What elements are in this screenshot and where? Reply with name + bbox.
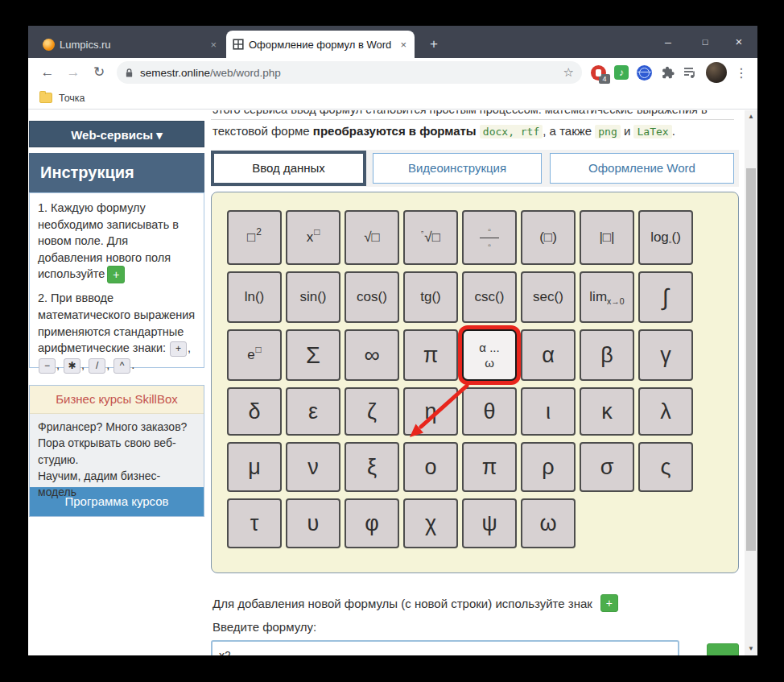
tab-close-icon[interactable]: × [208, 39, 218, 51]
keypad-button[interactable]: ς [638, 442, 693, 492]
keypad-button[interactable]: ζ [345, 387, 399, 436]
adblock-extension-icon[interactable]: 4 [591, 65, 606, 81]
keypad-button[interactable]: ln() [227, 271, 282, 323]
keypad-button[interactable]: χ [403, 498, 458, 548]
keypad-button[interactable]: Σ [286, 329, 340, 381]
browser-tab-word-formulas[interactable]: Оформление формул в Word он × [226, 31, 415, 58]
skillbox-ad-line: Фрилансер? Много заказов? [38, 419, 196, 435]
browser-titlebar: Lumpics.ru × Оформление формул в Word он… [28, 26, 757, 58]
add-formula-button[interactable]: + [707, 643, 739, 655]
keypad-button[interactable]: σ [580, 442, 634, 492]
keypad-button[interactable]: φ [345, 498, 399, 548]
scroll-up-icon[interactable]: ▲ [745, 111, 757, 122]
keypad-button[interactable]: (□) [521, 210, 576, 265]
keypad-button[interactable]: x□ [286, 210, 340, 265]
instruction-step-1: 1. Каждую формулу необходимо записывать … [38, 200, 196, 283]
keypad-button[interactable]: τ [227, 498, 282, 548]
skillbox-ad-body: Фрилансер? Много заказов?Пора открывать … [30, 414, 204, 487]
window-maximize-button[interactable]: □ [693, 26, 717, 58]
keypad-button[interactable]: π [462, 442, 517, 492]
keypad-button[interactable]: ▫▫ [462, 210, 517, 265]
intro-segment: LaTex [633, 125, 671, 138]
keypad-button[interactable]: √□ [345, 210, 399, 265]
profile-avatar[interactable] [706, 62, 727, 83]
page-scrollbar[interactable]: ▲ ▼ [745, 110, 757, 655]
formula-keypad-panel: □2x□√□▫√□▫▫(□)|□|log▫()ln()sin()cos()tg(… [211, 192, 739, 573]
instruction-title: Инструкция [29, 153, 204, 192]
keypad-button[interactable]: sec() [521, 271, 576, 323]
keypad-button[interactable]: υ [286, 498, 340, 548]
bookmark-star-icon[interactable]: ☆ [563, 65, 574, 80]
keypad-button[interactable]: α [521, 329, 576, 381]
reload-button[interactable]: ↻ [89, 62, 109, 83]
adblock-badge: 4 [599, 74, 610, 84]
keypad-button[interactable]: π [403, 329, 458, 381]
keypad-button[interactable]: θ [462, 387, 517, 436]
keypad-button[interactable]: λ [638, 387, 693, 436]
tab-word-formatting[interactable]: Оформление Word [550, 153, 734, 184]
keypad-button[interactable]: |□| [580, 210, 634, 265]
forward-button[interactable]: → [63, 62, 84, 83]
keypad-button[interactable]: tg() [403, 271, 458, 323]
window-close-button[interactable]: × [727, 26, 751, 58]
keypad-button[interactable]: ∞ [345, 329, 399, 381]
keypad-button[interactable]: δ [227, 387, 282, 436]
tab-input-data[interactable]: Ввод данных [211, 151, 366, 186]
lock-icon [125, 68, 134, 78]
scrollbar-thumb[interactable] [746, 168, 756, 551]
keypad-button[interactable]: ξ [345, 442, 399, 492]
scroll-down-icon[interactable]: ▼ [745, 643, 757, 655]
back-button[interactable]: ← [37, 62, 58, 83]
keypad-button[interactable]: log▫() [638, 210, 693, 265]
add-formula-plus-button[interactable]: + [600, 594, 618, 612]
tab-video-instruction[interactable]: Видеоинструкция [373, 153, 542, 184]
keypad-button[interactable]: ψ [462, 498, 517, 548]
extensions-puzzle-icon[interactable] [660, 65, 675, 80]
content-tabs-strip: Ввод данныхВидеоинструкцияОформление Wor… [211, 150, 739, 187]
intro-segment: текстовой форме [213, 124, 313, 138]
tab-close-icon[interactable]: × [398, 39, 408, 51]
bookmark-folder-icon[interactable] [39, 93, 52, 103]
keypad-button[interactable]: ν [286, 442, 340, 492]
formula-keypad: □2x□√□▫√□▫▫(□)|□|log▫()ln()sin()cos()tg(… [212, 192, 738, 548]
new-tab-button[interactable]: + [424, 35, 444, 54]
grid-favicon-icon [233, 39, 244, 50]
keypad-button[interactable]: e□ [227, 329, 282, 381]
bookmark-folder-label[interactable]: Точка [59, 93, 85, 104]
keypad-button[interactable]: β [580, 329, 634, 381]
window-minimize-button[interactable]: – [656, 26, 680, 58]
keypad-button[interactable]: ε [286, 387, 340, 436]
sidebar-web-services-menu[interactable]: Web-сервисы ▾ [29, 121, 204, 147]
skillbox-ad-title[interactable]: Бизнес курсы SkillBox [30, 386, 204, 414]
page-content: Web-сервисы ▾ Инструкция 1. Каждую форму… [28, 110, 745, 655]
keypad-button[interactable]: ρ [521, 442, 576, 492]
keypad-button[interactable]: γ [638, 329, 693, 381]
keypad-button[interactable]: □2 [227, 210, 282, 265]
browser-menu-icon[interactable]: ⋮ [735, 65, 748, 81]
keypad-button[interactable]: μ [227, 442, 282, 492]
keypad-button[interactable]: ∫ [638, 271, 693, 323]
keypad-button[interactable]: limx→0 [580, 271, 634, 323]
add-field-plus-button[interactable]: + [107, 266, 125, 283]
formula-input[interactable]: x2 [211, 640, 679, 655]
extensions-row: 4 ♪ ⋮ [587, 62, 751, 83]
address-bar[interactable]: semestr.online /web/word.php ☆ [117, 61, 582, 84]
globe-extension-icon[interactable] [637, 65, 652, 81]
lumpics-favicon-icon [43, 39, 55, 51]
keypad-button[interactable]: sin() [286, 271, 340, 323]
keypad-button[interactable]: ▫√□ [403, 210, 458, 265]
keypad-button[interactable]: ω [521, 498, 576, 548]
keypad-button[interactable]: cos() [345, 271, 399, 323]
music-extension-icon[interactable]: ♪ [614, 65, 629, 80]
keypad-button[interactable]: ι [521, 387, 576, 436]
keypad-button-alpha-omega-range[interactable]: α ...ω [462, 329, 517, 381]
keypad-button[interactable]: κ [580, 387, 634, 436]
playlist-extension-icon[interactable] [683, 65, 697, 80]
chevron-down-icon: ▾ [156, 128, 163, 142]
keypad-button[interactable]: η [403, 387, 458, 436]
skillbox-ad-line: Пора открывать свою веб-студию. [38, 435, 196, 468]
browser-tab-lumpics[interactable]: Lumpics.ru × [36, 31, 225, 58]
keypad-button[interactable]: csc() [462, 271, 517, 323]
keypad-button[interactable]: ο [403, 442, 458, 492]
url-host: semestr.online [140, 67, 210, 79]
